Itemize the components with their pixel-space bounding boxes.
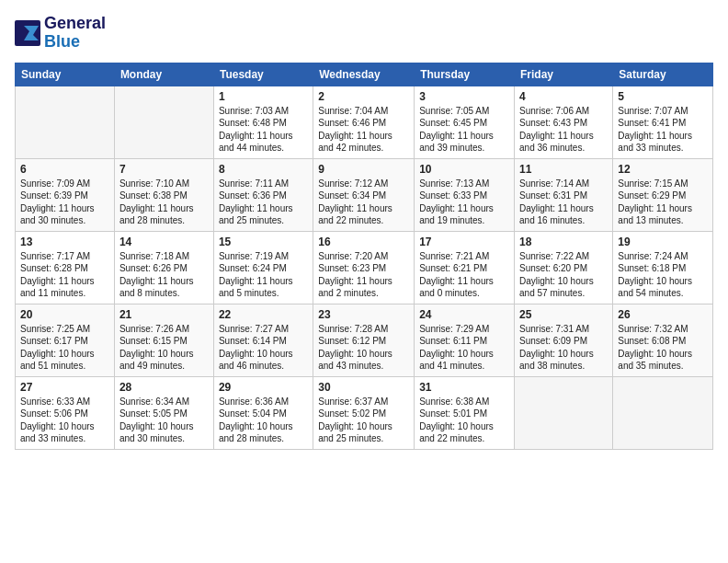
day-number: 4 <box>519 90 608 103</box>
day-info: Sunrise: 7:20 AM Sunset: 6:23 PM Dayligh… <box>318 250 409 300</box>
day-cell: 2Sunrise: 7:04 AM Sunset: 6:46 PM Daylig… <box>313 86 415 158</box>
day-number: 15 <box>219 236 308 248</box>
day-cell: 3Sunrise: 7:05 AM Sunset: 6:45 PM Daylig… <box>415 86 515 158</box>
day-cell: 27Sunrise: 6:33 AM Sunset: 5:06 PM Dayli… <box>16 376 115 449</box>
day-cell: 10Sunrise: 7:13 AM Sunset: 6:33 PM Dayli… <box>415 158 515 231</box>
day-number: 20 <box>20 308 109 321</box>
day-cell: 7Sunrise: 7:10 AM Sunset: 6:38 PM Daylig… <box>114 158 213 231</box>
day-number: 18 <box>519 236 608 248</box>
day-cell <box>114 86 213 158</box>
svg-rect-0 <box>15 20 40 46</box>
day-number: 22 <box>219 308 308 321</box>
day-info: Sunrise: 7:31 AM Sunset: 6:09 PM Dayligh… <box>519 323 608 373</box>
day-info: Sunrise: 7:26 AM Sunset: 6:15 PM Dayligh… <box>119 323 209 373</box>
day-cell: 22Sunrise: 7:27 AM Sunset: 6:14 PM Dayli… <box>213 304 313 376</box>
day-number: 2 <box>318 90 409 103</box>
day-cell <box>16 86 115 158</box>
logo: General Blue <box>15 15 106 52</box>
day-number: 5 <box>618 90 708 103</box>
day-info: Sunrise: 7:32 AM Sunset: 6:08 PM Dayligh… <box>618 323 708 373</box>
day-cell: 15Sunrise: 7:19 AM Sunset: 6:24 PM Dayli… <box>213 231 313 304</box>
day-number: 9 <box>318 163 409 176</box>
day-number: 21 <box>119 308 209 321</box>
day-cell: 6Sunrise: 7:09 AM Sunset: 6:39 PM Daylig… <box>16 158 115 231</box>
logo-text: General Blue <box>44 15 106 52</box>
logo-icon <box>15 20 40 46</box>
day-info: Sunrise: 7:25 AM Sunset: 6:17 PM Dayligh… <box>20 323 109 373</box>
day-info: Sunrise: 7:21 AM Sunset: 6:21 PM Dayligh… <box>419 250 509 300</box>
day-cell: 25Sunrise: 7:31 AM Sunset: 6:09 PM Dayli… <box>515 304 613 376</box>
day-info: Sunrise: 7:17 AM Sunset: 6:28 PM Dayligh… <box>20 250 109 300</box>
day-number: 6 <box>20 163 109 176</box>
week-row-3: 13Sunrise: 7:17 AM Sunset: 6:28 PM Dayli… <box>16 231 713 304</box>
day-number: 23 <box>318 308 409 321</box>
day-number: 29 <box>219 381 308 394</box>
day-info: Sunrise: 6:37 AM Sunset: 5:02 PM Dayligh… <box>318 396 409 445</box>
day-cell: 26Sunrise: 7:32 AM Sunset: 6:08 PM Dayli… <box>613 304 713 376</box>
day-cell: 21Sunrise: 7:26 AM Sunset: 6:15 PM Dayli… <box>114 304 213 376</box>
col-header-sunday: Sunday <box>16 63 115 86</box>
day-cell: 11Sunrise: 7:14 AM Sunset: 6:31 PM Dayli… <box>515 158 613 231</box>
day-cell: 28Sunrise: 6:34 AM Sunset: 5:05 PM Dayli… <box>114 376 213 449</box>
day-cell: 20Sunrise: 7:25 AM Sunset: 6:17 PM Dayli… <box>16 304 115 376</box>
page-header: General Blue <box>15 15 713 52</box>
day-info: Sunrise: 7:12 AM Sunset: 6:34 PM Dayligh… <box>318 178 409 227</box>
day-cell: 1Sunrise: 7:03 AM Sunset: 6:48 PM Daylig… <box>213 86 313 158</box>
day-number: 30 <box>318 381 409 394</box>
logo-line2: Blue <box>44 32 80 51</box>
day-cell: 23Sunrise: 7:28 AM Sunset: 6:12 PM Dayli… <box>313 304 415 376</box>
day-number: 8 <box>219 163 308 176</box>
col-header-monday: Monday <box>114 63 213 86</box>
week-row-4: 20Sunrise: 7:25 AM Sunset: 6:17 PM Dayli… <box>16 304 713 376</box>
day-cell: 8Sunrise: 7:11 AM Sunset: 6:36 PM Daylig… <box>213 158 313 231</box>
day-info: Sunrise: 7:22 AM Sunset: 6:20 PM Dayligh… <box>519 250 608 300</box>
day-info: Sunrise: 7:06 AM Sunset: 6:43 PM Dayligh… <box>519 105 608 155</box>
day-cell: 18Sunrise: 7:22 AM Sunset: 6:20 PM Dayli… <box>515 231 613 304</box>
col-header-friday: Friday <box>515 63 613 86</box>
day-cell: 19Sunrise: 7:24 AM Sunset: 6:18 PM Dayli… <box>613 231 713 304</box>
day-cell: 12Sunrise: 7:15 AM Sunset: 6:29 PM Dayli… <box>613 158 713 231</box>
day-number: 16 <box>318 236 409 248</box>
day-cell: 9Sunrise: 7:12 AM Sunset: 6:34 PM Daylig… <box>313 158 415 231</box>
col-header-wednesday: Wednesday <box>313 63 415 86</box>
day-number: 14 <box>119 236 209 248</box>
day-number: 25 <box>519 308 608 321</box>
day-info: Sunrise: 7:28 AM Sunset: 6:12 PM Dayligh… <box>318 323 409 373</box>
day-info: Sunrise: 7:11 AM Sunset: 6:36 PM Dayligh… <box>219 178 308 227</box>
day-cell: 17Sunrise: 7:21 AM Sunset: 6:21 PM Dayli… <box>415 231 515 304</box>
day-number: 11 <box>519 163 608 176</box>
day-cell: 30Sunrise: 6:37 AM Sunset: 5:02 PM Dayli… <box>313 376 415 449</box>
day-info: Sunrise: 6:34 AM Sunset: 5:05 PM Dayligh… <box>119 396 209 445</box>
day-number: 26 <box>618 308 708 321</box>
day-info: Sunrise: 6:38 AM Sunset: 5:01 PM Dayligh… <box>419 396 509 445</box>
day-number: 1 <box>219 90 308 103</box>
day-info: Sunrise: 7:04 AM Sunset: 6:46 PM Dayligh… <box>318 105 409 155</box>
day-number: 13 <box>20 236 109 248</box>
day-info: Sunrise: 7:19 AM Sunset: 6:24 PM Dayligh… <box>219 250 308 300</box>
day-info: Sunrise: 7:18 AM Sunset: 6:26 PM Dayligh… <box>119 250 209 300</box>
week-row-1: 1Sunrise: 7:03 AM Sunset: 6:48 PM Daylig… <box>16 86 713 158</box>
day-info: Sunrise: 7:10 AM Sunset: 6:38 PM Dayligh… <box>119 178 209 227</box>
col-header-tuesday: Tuesday <box>213 63 313 86</box>
day-number: 7 <box>119 163 209 176</box>
calendar: SundayMondayTuesdayWednesdayThursdayFrid… <box>15 63 713 450</box>
day-cell: 24Sunrise: 7:29 AM Sunset: 6:11 PM Dayli… <box>415 304 515 376</box>
week-row-5: 27Sunrise: 6:33 AM Sunset: 5:06 PM Dayli… <box>16 376 713 449</box>
day-info: Sunrise: 6:33 AM Sunset: 5:06 PM Dayligh… <box>20 396 109 445</box>
day-info: Sunrise: 7:27 AM Sunset: 6:14 PM Dayligh… <box>219 323 308 373</box>
day-info: Sunrise: 7:14 AM Sunset: 6:31 PM Dayligh… <box>519 178 608 227</box>
day-cell <box>613 376 713 449</box>
day-info: Sunrise: 7:09 AM Sunset: 6:39 PM Dayligh… <box>20 178 109 227</box>
day-number: 31 <box>419 381 509 394</box>
day-info: Sunrise: 7:29 AM Sunset: 6:11 PM Dayligh… <box>419 323 509 373</box>
day-info: Sunrise: 7:03 AM Sunset: 6:48 PM Dayligh… <box>219 105 308 155</box>
col-header-thursday: Thursday <box>415 63 515 86</box>
day-cell <box>515 376 613 449</box>
day-number: 27 <box>20 381 109 394</box>
day-number: 24 <box>419 308 509 321</box>
day-info: Sunrise: 7:24 AM Sunset: 6:18 PM Dayligh… <box>618 250 708 300</box>
day-number: 3 <box>419 90 509 103</box>
day-number: 28 <box>119 381 209 394</box>
calendar-header-row: SundayMondayTuesdayWednesdayThursdayFrid… <box>16 63 713 86</box>
day-cell: 13Sunrise: 7:17 AM Sunset: 6:28 PM Dayli… <box>16 231 115 304</box>
